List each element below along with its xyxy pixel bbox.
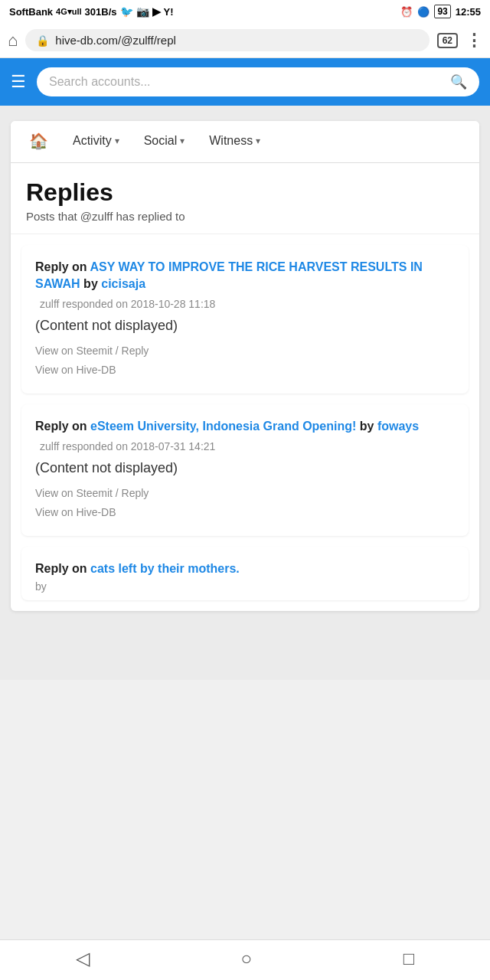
content-not-displayed-2: (Content not displayed) — [35, 460, 455, 476]
youtube-icon: ▶ — [152, 5, 161, 18]
view-steemit-link-2[interactable]: View on Steemit — [35, 487, 113, 499]
view-steemit-reply-1: View on Steemit / Reply — [35, 341, 455, 361]
replies-list: Reply on ASY WAY TO IMPROVE THE RICE HAR… — [11, 234, 479, 611]
reply-card-1: Reply on ASY WAY TO IMPROVE THE RICE HAR… — [21, 245, 469, 394]
content-not-displayed-1: (Content not displayed) — [35, 318, 455, 334]
reply-on-3: Reply on cats left by their mothers. — [35, 560, 455, 577]
view-hivedb-2: View on Hive-DB — [35, 503, 455, 522]
reply-on-1: Reply on ASY WAY TO IMPROVE THE RICE HAR… — [35, 259, 455, 293]
url-bar[interactable]: 🔒 hive-db.com/@zulff/repl — [25, 29, 429, 51]
activity-label: Activity — [73, 134, 112, 148]
bluetooth-icon: 🔵 — [417, 6, 430, 18]
yahoo-icon: Y! — [164, 6, 174, 18]
reply-card-3: Reply on cats left by their mothers. by — [21, 547, 469, 600]
view-hivedb-link-1[interactable]: View on Hive-DB — [35, 364, 116, 376]
reply-card-2: Reply on eSteem University, Indonesia Gr… — [21, 404, 469, 536]
back-button[interactable]: ◁ — [76, 948, 90, 969]
url-text: hive-db.com/@zulff/repl — [55, 34, 418, 47]
reply-author-partial-3: by — [35, 580, 455, 593]
time-label: 12:55 — [456, 6, 481, 18]
lock-icon: 🔒 — [36, 34, 49, 47]
view-hivedb-link-2[interactable]: View on Hive-DB — [35, 506, 116, 518]
signal-label: 4G▾ull — [56, 7, 82, 17]
browser-home-button[interactable]: ⌂ — [8, 31, 18, 51]
view-steemit-reply-2: View on Steemit / Reply — [35, 484, 455, 503]
by-text-1: by — [80, 277, 102, 290]
tab-witness[interactable]: Witness ▾ — [197, 123, 273, 160]
social-chevron-icon: ▾ — [180, 136, 185, 146]
social-label: Social — [144, 134, 178, 148]
status-bar: SoftBank 4G▾ull 301B/s 🐦 📷 ▶ Y! ⏰ 🔵 93 1… — [0, 0, 490, 23]
page-header: Replies Posts that @zulff has replied to — [11, 163, 479, 234]
app-header: ☰ Search accounts... 🔍 — [0, 58, 490, 106]
home-button[interactable]: ○ — [240, 948, 252, 969]
recents-button[interactable]: □ — [403, 948, 415, 969]
view-hivedb-1: View on Hive-DB — [35, 361, 455, 380]
reply-on-2: Reply on eSteem University, Indonesia Gr… — [35, 418, 455, 435]
home-icon: 🏠 — [29, 132, 48, 150]
page-title: Replies — [26, 178, 464, 207]
browser-menu-button[interactable]: ⋮ — [466, 31, 482, 51]
status-left: SoftBank 4G▾ull 301B/s 🐦 📷 ▶ Y! — [9, 5, 174, 18]
tab-count[interactable]: 62 — [437, 33, 458, 48]
tab-activity[interactable]: Activity ▾ — [60, 123, 132, 160]
hamburger-menu-icon[interactable]: ☰ — [11, 72, 26, 92]
reply-meta-1: zulff responded on 2018-10-28 11:18 — [35, 298, 455, 310]
author-link-1[interactable]: cicisaja — [101, 277, 145, 290]
search-input[interactable]: Search accounts... — [49, 75, 444, 89]
alarm-icon: ⏰ — [400, 6, 413, 18]
content-area: 🏠 Activity ▾ Social ▾ Witness ▾ Replies … — [0, 106, 490, 680]
activity-chevron-icon: ▾ — [115, 136, 119, 146]
slash-2: / — [116, 487, 122, 499]
reply-meta-2: zulff responded on 2018-07-31 14:21 — [35, 440, 455, 452]
reply-link-1[interactable]: Reply — [122, 345, 149, 357]
data-speed: 301B/s — [85, 6, 117, 18]
post-title-link-2[interactable]: eSteem University, Indonesia Grand Openi… — [90, 420, 356, 433]
instagram-icon: 📷 — [136, 5, 149, 18]
bottom-nav: ◁ ○ □ — [0, 939, 490, 980]
tab-home[interactable]: 🏠 — [17, 121, 60, 162]
view-steemit-link-1[interactable]: View on Steemit — [35, 345, 113, 357]
main-card: 🏠 Activity ▾ Social ▾ Witness ▾ Replies … — [11, 121, 479, 611]
slash-1: / — [116, 345, 122, 357]
post-title-link-3[interactable]: cats left by their mothers. — [90, 562, 240, 575]
browser-bar: ⌂ 🔒 hive-db.com/@zulff/repl 62 ⋮ — [0, 23, 490, 58]
status-right: ⏰ 🔵 93 12:55 — [400, 5, 481, 18]
by-text-2: by — [356, 420, 377, 433]
search-bar-container: Search accounts... 🔍 — [37, 67, 479, 96]
author-link-2[interactable]: foways — [377, 420, 419, 433]
carrier-label: SoftBank — [9, 6, 53, 18]
witness-chevron-icon: ▾ — [256, 136, 260, 146]
reply-actions-1: View on Steemit / Reply View on Hive-DB — [35, 341, 455, 380]
reply-on-prefix-3: Reply on — [35, 562, 90, 575]
search-icon[interactable]: 🔍 — [450, 74, 467, 90]
page-subtitle: Posts that @zulff has replied to — [26, 210, 464, 223]
tab-social[interactable]: Social ▾ — [132, 123, 198, 160]
reply-link-2[interactable]: Reply — [122, 487, 149, 499]
nav-tabs: 🏠 Activity ▾ Social ▾ Witness ▾ — [11, 121, 479, 163]
witness-label: Witness — [209, 134, 253, 148]
reply-actions-2: View on Steemit / Reply View on Hive-DB — [35, 484, 455, 522]
bottom-spacer — [11, 611, 479, 665]
reply-on-prefix-2: Reply on — [35, 420, 90, 433]
reply-on-prefix-1: Reply on — [35, 260, 90, 273]
twitter-icon: 🐦 — [120, 5, 133, 18]
battery-indicator: 93 — [434, 5, 450, 18]
